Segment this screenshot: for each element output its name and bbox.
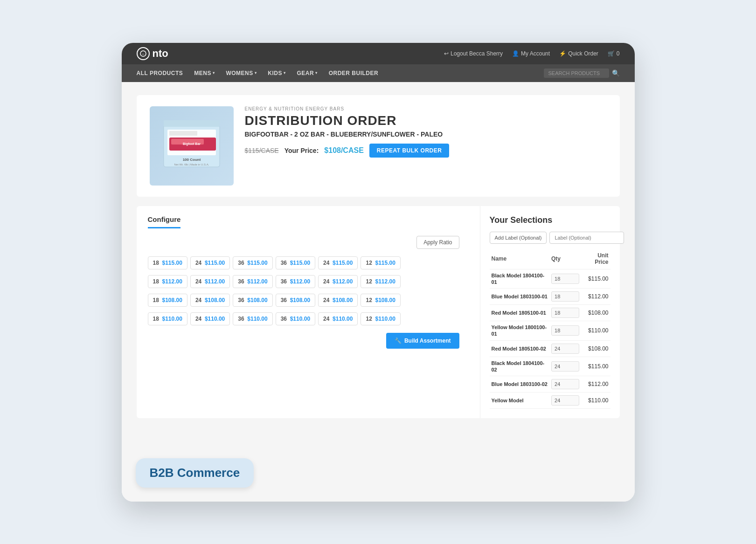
logout-icon: ↩: [444, 50, 449, 57]
grid-cell[interactable]: 36$112.00: [233, 275, 272, 288]
model-name: Black Model 1804100-02: [492, 360, 545, 372]
label-input[interactable]: [549, 232, 624, 244]
table-row: Black Model 1804100-01 $115.00: [490, 269, 610, 289]
unit-price: $108.00: [581, 340, 610, 357]
grid-cell[interactable]: 36$110.00: [233, 312, 272, 325]
chevron-down-icon: ▾: [284, 71, 286, 75]
svg-text:100 Count: 100 Count: [182, 158, 201, 162]
content-area: Bigfoot Bar 100 Count Net Wt. 6lb | Made…: [122, 82, 635, 502]
grid-cell[interactable]: 24$108.00: [318, 294, 358, 307]
grid-cell[interactable]: 24$110.00: [318, 312, 358, 325]
selections-panel: Your Selections Add Label (Optional) Nam…: [480, 206, 620, 419]
product-category: ENERGY & NUTRITION ENERGY BARS: [245, 106, 607, 111]
b2b-badge: B2B Commerce: [136, 458, 254, 488]
nav-kids[interactable]: KIDS ▾: [268, 70, 285, 76]
grid-cell[interactable]: 12$112.00: [361, 275, 400, 288]
add-label-button[interactable]: Add Label (Optional): [490, 232, 547, 244]
product-image: Bigfoot Bar 100 Count Net Wt. 6lb | Made…: [150, 106, 234, 186]
qty-input[interactable]: [551, 361, 579, 372]
grid-cell[interactable]: 18$112.00: [148, 275, 187, 288]
main-nav: ALL PRODUCTS MENS ▾ WOMENS ▾ KIDS ▾ GEAR…: [122, 64, 635, 82]
grid-cell[interactable]: 18$115.00: [148, 256, 187, 269]
account-link[interactable]: 👤 My Account: [512, 50, 550, 57]
quick-order-link[interactable]: ⚡ Quick Order: [559, 50, 598, 57]
grid-cell[interactable]: 36$112.00: [276, 275, 315, 288]
nav-all-products[interactable]: ALL PRODUCTS: [137, 70, 183, 76]
nav-gear[interactable]: GEAR ▾: [297, 70, 317, 76]
grid-cell[interactable]: 24$108.00: [190, 294, 230, 307]
unit-price: $110.00: [581, 321, 610, 341]
build-assortment-button[interactable]: 🔧 Build Assortment: [386, 333, 459, 349]
nav-order-builder[interactable]: ORDER BUILDER: [329, 70, 379, 76]
chevron-down-icon: ▾: [213, 71, 215, 75]
unit-price: $108.00: [581, 305, 610, 321]
your-price: $108/CASE: [324, 146, 364, 155]
svg-rect-6: [169, 131, 197, 136]
grid-cell[interactable]: 24$112.00: [190, 275, 230, 288]
apply-ratio-button[interactable]: Apply Ratio: [416, 236, 459, 249]
grid-cell[interactable]: 36$110.00: [276, 312, 315, 325]
nav-items: ALL PRODUCTS MENS ▾ WOMENS ▾ KIDS ▾ GEAR…: [137, 70, 379, 76]
grid-cell[interactable]: 24$115.00: [190, 256, 230, 269]
nav-mens[interactable]: MENS ▾: [194, 70, 215, 76]
lightning-icon: ⚡: [559, 50, 566, 57]
logout-link[interactable]: ↩ Logout Becca Sherry: [444, 50, 503, 57]
chevron-down-icon: ▾: [315, 71, 318, 75]
model-name: Blue Model 1803100-02: [492, 381, 548, 387]
account-icon: 👤: [512, 50, 519, 57]
search-wrap: 🔍: [544, 69, 620, 78]
model-name: Yellow Model 1800100-01: [492, 324, 547, 337]
configure-section: Configure Apply Ratio 18$115.00 24$115.0…: [137, 206, 620, 419]
qty-input[interactable]: [551, 308, 579, 318]
grid-cell[interactable]: 36$108.00: [276, 294, 315, 307]
grid-cell[interactable]: 24$110.00: [190, 312, 230, 325]
qty-input[interactable]: [551, 325, 579, 336]
qty-input[interactable]: [551, 291, 579, 302]
grid-row-3: 18$108.00 24$108.00 36$108.00 36$108.00 …: [148, 294, 459, 307]
search-input[interactable]: [544, 69, 609, 78]
original-price: $115/CASE: [245, 147, 279, 154]
svg-text:Net Wt. 6lb | Made in U.S.A.: Net Wt. 6lb | Made in U.S.A.: [174, 163, 209, 166]
grid-cell[interactable]: 18$110.00: [148, 312, 187, 325]
grid-cell[interactable]: 12$110.00: [361, 312, 400, 325]
logo[interactable]: ○ nto: [137, 47, 168, 60]
grid-cell[interactable]: 36$108.00: [233, 294, 272, 307]
grid-row-2: 18$112.00 24$112.00 36$112.00 36$112.00 …: [148, 275, 459, 288]
repeat-bulk-order-button[interactable]: REPEAT BULK ORDER: [369, 144, 450, 158]
grid-cell[interactable]: 12$115.00: [361, 256, 400, 269]
wrench-icon: 🔧: [395, 337, 402, 344]
cart-icon: 🛒: [608, 50, 615, 57]
cart-link[interactable]: 🛒 0: [608, 50, 620, 57]
search-icon[interactable]: 🔍: [612, 69, 620, 77]
model-name: Blue Model 1803100-01: [492, 294, 548, 299]
qty-input[interactable]: [551, 274, 579, 284]
model-name: Red Model 1805100-01: [492, 310, 546, 316]
table-row: Yellow Model 1800100-01 $110.00: [490, 321, 610, 341]
grid-cell[interactable]: 24$115.00: [318, 256, 358, 269]
table-row: Red Model 1805100-02 $108.00: [490, 340, 610, 357]
model-name: Red Model 1805100-02: [492, 346, 546, 351]
nav-womens[interactable]: WOMENS ▾: [226, 70, 257, 76]
unit-price: $110.00: [581, 393, 610, 409]
grid-cell[interactable]: 18$108.00: [148, 294, 187, 307]
qty-input[interactable]: [551, 395, 579, 406]
selections-title: Your Selections: [490, 215, 610, 225]
svg-text:○: ○: [142, 52, 144, 56]
configure-tab[interactable]: Configure: [148, 215, 181, 228]
grid-cell[interactable]: 36$115.00: [233, 256, 272, 269]
qty-input[interactable]: [551, 344, 579, 354]
table-row: Yellow Model $110.00: [490, 393, 610, 409]
grid-cell[interactable]: 36$115.00: [276, 256, 315, 269]
apply-ratio-row: Apply Ratio: [148, 236, 459, 249]
table-row: Black Model 1804100-02 $115.00: [490, 357, 610, 376]
qty-input[interactable]: [551, 379, 579, 389]
selections-table: Name Qty Unit Price Black Model 1804100-…: [490, 250, 610, 409]
col-name: Name: [490, 250, 550, 269]
grid-cell[interactable]: 12$108.00: [361, 294, 400, 307]
unit-price: $112.00: [581, 289, 610, 305]
model-name: Black Model 1804100-01: [492, 273, 545, 285]
top-nav-links: ↩ Logout Becca Sherry 👤 My Account ⚡ Qui…: [444, 50, 619, 57]
grid-cell[interactable]: 24$112.00: [318, 275, 358, 288]
svg-text:Bigfoot Bar: Bigfoot Bar: [182, 142, 200, 146]
logo-icon: ○: [137, 47, 150, 60]
